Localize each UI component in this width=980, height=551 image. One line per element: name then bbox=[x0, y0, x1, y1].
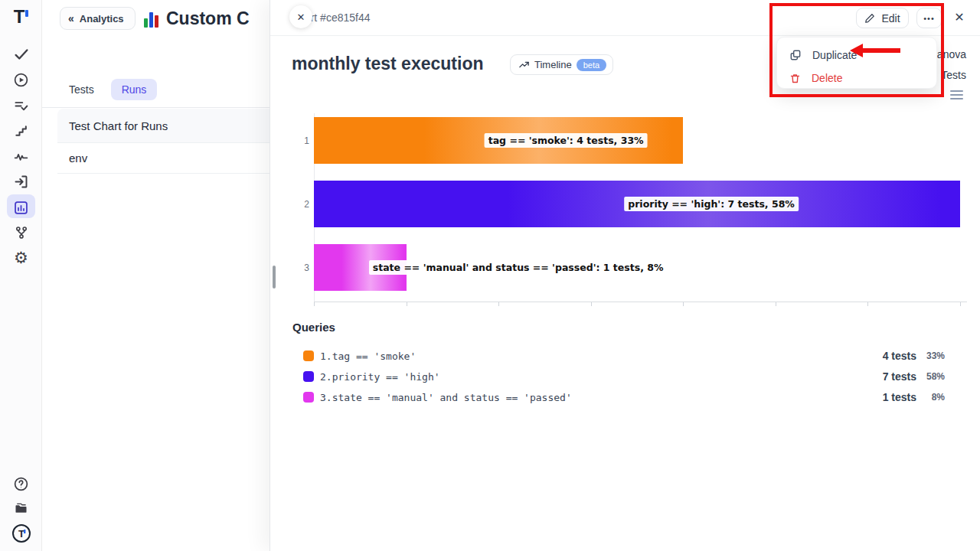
menu-item-label: Delete bbox=[812, 72, 842, 84]
menu-item-delete[interactable]: Delete bbox=[777, 67, 938, 90]
icon-rail: T ⚙ bbox=[0, 0, 42, 551]
bar-row: 3 state == 'manual' and status == 'passe… bbox=[314, 244, 960, 291]
svg-text:T: T bbox=[18, 528, 24, 540]
app-logo[interactable]: T bbox=[0, 6, 42, 28]
query-row: 1. tag == 'smoke' 4 tests 33% bbox=[303, 348, 945, 364]
tab-tests[interactable]: Tests bbox=[69, 79, 94, 100]
query-index: 1. bbox=[320, 350, 332, 362]
category-label: 2 bbox=[296, 199, 309, 210]
branch-icon[interactable] bbox=[0, 222, 42, 243]
bar-plot: 1 tag == 'smoke': 4 tests, 33% 2 priorit… bbox=[314, 113, 960, 302]
query-percent: 8% bbox=[916, 392, 945, 403]
menu-item-duplicate[interactable]: Duplicate bbox=[777, 44, 938, 67]
query-index: 2. bbox=[320, 371, 332, 383]
tests-check-icon[interactable] bbox=[0, 44, 42, 65]
category-label: 1 bbox=[296, 135, 309, 146]
pulse-icon[interactable] bbox=[0, 145, 42, 167]
list-item-env[interactable]: env bbox=[57, 143, 270, 174]
app-window: T ⚙ bbox=[0, 0, 980, 551]
edit-button-label: Edit bbox=[881, 12, 900, 24]
query-row: 3. state == 'manual' and status == 'pass… bbox=[303, 390, 945, 405]
menu-item-label: Duplicate bbox=[812, 49, 857, 61]
steps-icon[interactable] bbox=[0, 120, 42, 142]
queries-heading: Queries bbox=[292, 321, 335, 334]
panel-close-icon[interactable]: ✕ bbox=[289, 5, 312, 28]
query-tests-count: 4 tests bbox=[883, 350, 916, 362]
bar-data-label: tag == 'smoke': 4 tests, 33% bbox=[485, 133, 648, 148]
docs-icon[interactable] bbox=[0, 497, 42, 519]
analytics-bar-chart-icon[interactable] bbox=[0, 197, 42, 218]
context-menu: Duplicate Delete bbox=[776, 37, 937, 89]
trash-icon bbox=[789, 73, 801, 84]
pencil-icon bbox=[864, 13, 875, 24]
help-icon[interactable] bbox=[0, 473, 42, 494]
list-item-test-chart-for-runs[interactable]: Test Chart for Runs bbox=[57, 109, 270, 143]
chart-menu-icon[interactable] bbox=[950, 90, 963, 99]
query-index: 3. bbox=[320, 392, 332, 403]
account-icon[interactable]: T bbox=[0, 523, 42, 544]
bar-row: 1 tag == 'smoke': 4 tests, 33% bbox=[314, 117, 960, 164]
more-options-button[interactable]: ••• bbox=[916, 8, 942, 28]
bar-data-label: state == 'manual' and status == 'passed'… bbox=[369, 260, 668, 275]
clipped-select-tests: Tests bbox=[941, 69, 966, 81]
tabs: Tests Runs bbox=[69, 79, 157, 100]
bar-data-label: priority == 'high': 7 tests, 58% bbox=[624, 197, 799, 211]
analytics-panel: « Analytics Custom C ✕ Tests Runs Test C… bbox=[42, 0, 270, 551]
query-color-swatch bbox=[303, 392, 314, 403]
trending-up-icon bbox=[518, 59, 530, 70]
back-to-analytics-button[interactable]: « Analytics bbox=[60, 7, 136, 30]
query-row: 2. priority == 'high' 7 tests 58% bbox=[303, 369, 945, 384]
duplicate-icon bbox=[789, 49, 802, 61]
timeline-label: Timeline bbox=[534, 59, 572, 70]
settings-gear-icon[interactable]: ⚙ bbox=[0, 247, 42, 269]
close-panel-icon[interactable]: ✕ bbox=[952, 9, 967, 24]
chart-title: monthly test execution bbox=[292, 54, 483, 74]
category-label: 3 bbox=[296, 262, 309, 273]
page-title: Custom C bbox=[166, 6, 270, 31]
beta-badge: beta bbox=[577, 59, 606, 71]
query-tests-count: 1 tests bbox=[883, 391, 916, 403]
clipped-select-text: anova bbox=[937, 48, 966, 60]
query-percent: 58% bbox=[916, 371, 945, 382]
plans-list-check-icon[interactable] bbox=[0, 95, 42, 116]
query-tests-count: 7 tests bbox=[883, 370, 916, 383]
query-text: priority == 'high' bbox=[332, 371, 440, 383]
runs-play-icon[interactable] bbox=[0, 69, 42, 90]
bar-row: 2 priority == 'high': 7 tests, 58% bbox=[314, 181, 960, 227]
divider bbox=[42, 107, 270, 108]
chart-list: Test Chart for Runs env bbox=[57, 109, 270, 174]
query-percent: 33% bbox=[916, 350, 945, 361]
query-color-swatch bbox=[303, 371, 314, 382]
query-text: state == 'manual' and status == 'passed' bbox=[332, 392, 572, 403]
query-color-swatch bbox=[303, 350, 314, 361]
query-text: tag == 'smoke' bbox=[332, 350, 416, 362]
chevrons-left-icon: « bbox=[68, 12, 74, 24]
x-axis-ticks bbox=[314, 302, 960, 306]
tab-runs[interactable]: Runs bbox=[111, 79, 158, 100]
timeline-toggle-button[interactable]: Timeline beta bbox=[510, 54, 613, 75]
vertical-scrollbar-thumb[interactable] bbox=[273, 266, 276, 289]
custom-chart-logo-icon bbox=[144, 9, 162, 28]
import-icon[interactable] bbox=[0, 171, 42, 192]
edit-button[interactable]: Edit bbox=[856, 8, 909, 28]
back-button-label: Analytics bbox=[80, 13, 124, 24]
